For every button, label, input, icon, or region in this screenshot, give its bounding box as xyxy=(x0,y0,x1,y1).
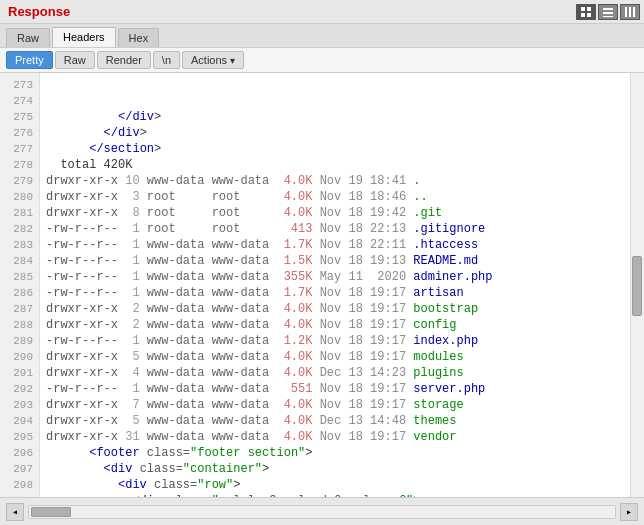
code-line: drwxr-xr-x 10 www-data www-data 4.0K Nov… xyxy=(46,173,624,189)
code-line: -rw-r--r-- 1 www-data www-data 1.5K Nov … xyxy=(46,253,624,269)
tab-raw-2[interactable]: Raw xyxy=(55,51,95,69)
line-number: 287 xyxy=(0,301,39,317)
code-line: drwxr-xr-x 4 www-data www-data 4.0K Dec … xyxy=(46,365,624,381)
code-line: </section> xyxy=(46,141,624,157)
line-number: 283 xyxy=(0,237,39,253)
svg-rect-9 xyxy=(633,7,635,17)
svg-rect-2 xyxy=(581,13,585,17)
line-number: 286 xyxy=(0,285,39,301)
svg-rect-5 xyxy=(603,12,613,14)
grid-view-button[interactable] xyxy=(576,4,596,20)
bottom-bar: ◂ ▸ xyxy=(0,497,644,525)
line-number: 279 xyxy=(0,173,39,189)
code-line: -rw-r--r-- 1 www-data www-data 551 Nov 1… xyxy=(46,381,624,397)
svg-rect-8 xyxy=(629,7,631,17)
line-number: 274 xyxy=(0,93,39,109)
view-buttons xyxy=(576,4,640,20)
actions-button[interactable]: Actions xyxy=(182,51,244,69)
line-number: 276 xyxy=(0,125,39,141)
line-number: 277 xyxy=(0,141,39,157)
horizontal-scrollbar-thumb[interactable] xyxy=(31,507,71,517)
line-numbers: 2732742752762772782792802812822832842852… xyxy=(0,73,40,498)
code-line: -rw-r--r-- 1 www-data www-data 1.7K Nov … xyxy=(46,237,624,253)
code-line: drwxr-xr-x 8 root root 4.0K Nov 18 19:42… xyxy=(46,205,624,221)
code-line: -rw-r--r-- 1 www-data www-data 1.2K Nov … xyxy=(46,333,624,349)
line-number: 281 xyxy=(0,205,39,221)
code-line: drwxr-xr-x 2 www-data www-data 4.0K Nov … xyxy=(46,301,624,317)
response-header: Response xyxy=(0,0,644,24)
svg-rect-1 xyxy=(587,7,591,11)
code-line: </div> xyxy=(46,109,624,125)
line-number: 275 xyxy=(0,109,39,125)
response-title: Response xyxy=(8,4,70,19)
code-line: drwxr-xr-x 5 www-data www-data 4.0K Dec … xyxy=(46,413,624,429)
scroll-right-button[interactable]: ▸ xyxy=(620,503,638,521)
code-content[interactable]: </div> </div> </section> total 420Kdrwxr… xyxy=(40,73,630,498)
line-number: 278 xyxy=(0,157,39,173)
code-line: <footer class="footer section"> xyxy=(46,445,624,461)
tab-headers[interactable]: Headers xyxy=(52,27,116,47)
line-number: 291 xyxy=(0,365,39,381)
code-line: drwxr-xr-x 7 www-data www-data 4.0K Nov … xyxy=(46,397,624,413)
tab-render[interactable]: Render xyxy=(97,51,151,69)
tab-newline[interactable]: \n xyxy=(153,51,180,69)
line-number: 285 xyxy=(0,269,39,285)
line-number: 295 xyxy=(0,429,39,445)
line-number: 294 xyxy=(0,413,39,429)
horizontal-scrollbar[interactable] xyxy=(28,505,616,519)
line-number: 289 xyxy=(0,333,39,349)
svg-rect-3 xyxy=(587,13,591,17)
line-number: 297 xyxy=(0,461,39,477)
line-number: 296 xyxy=(0,445,39,461)
line-number: 288 xyxy=(0,317,39,333)
content-area: 2732742752762772782792802812822832842852… xyxy=(0,73,644,498)
tab-pretty[interactable]: Pretty xyxy=(6,51,53,69)
tab-bar-2: Pretty Raw Render \n Actions xyxy=(0,48,644,73)
line-number: 282 xyxy=(0,221,39,237)
code-line: -rw-r--r-- 1 www-data www-data 1.7K Nov … xyxy=(46,285,624,301)
scroll-left-button[interactable]: ◂ xyxy=(6,503,24,521)
line-number: 298 xyxy=(0,477,39,493)
code-line: total 420K xyxy=(46,157,624,173)
column-view-button[interactable] xyxy=(620,4,640,20)
code-line: drwxr-xr-x 31 www-data www-data 4.0K Nov… xyxy=(46,429,624,445)
code-line: drwxr-xr-x 3 root root 4.0K Nov 18 18:46… xyxy=(46,189,624,205)
code-line: <div class="container"> xyxy=(46,461,624,477)
tab-bar-1: Raw Headers Hex xyxy=(0,24,644,48)
code-line: </div> xyxy=(46,125,624,141)
line-number: 290 xyxy=(0,349,39,365)
code-line: -rw-r--r-- 1 www-data www-data 355K May … xyxy=(46,269,624,285)
vertical-scrollbar[interactable] xyxy=(630,73,644,498)
code-line: <div class="row"> xyxy=(46,477,624,493)
code-line: drwxr-xr-x 2 www-data www-data 4.0K Nov … xyxy=(46,317,624,333)
code-line: -rw-r--r-- 1 root root 413 Nov 18 22:13 … xyxy=(46,221,624,237)
tab-raw-1[interactable]: Raw xyxy=(6,28,50,47)
line-number: 293 xyxy=(0,397,39,413)
line-number: 280 xyxy=(0,189,39,205)
scrollbar-thumb[interactable] xyxy=(632,256,642,316)
line-number: 284 xyxy=(0,253,39,269)
code-line: drwxr-xr-x 5 www-data www-data 4.0K Nov … xyxy=(46,349,624,365)
svg-rect-0 xyxy=(581,7,585,11)
line-number: 273 xyxy=(0,77,39,93)
svg-rect-6 xyxy=(603,16,613,17)
list-view-button[interactable] xyxy=(598,4,618,20)
tab-hex[interactable]: Hex xyxy=(118,28,160,47)
svg-rect-7 xyxy=(625,7,627,17)
line-number: 292 xyxy=(0,381,39,397)
svg-rect-4 xyxy=(603,8,613,10)
